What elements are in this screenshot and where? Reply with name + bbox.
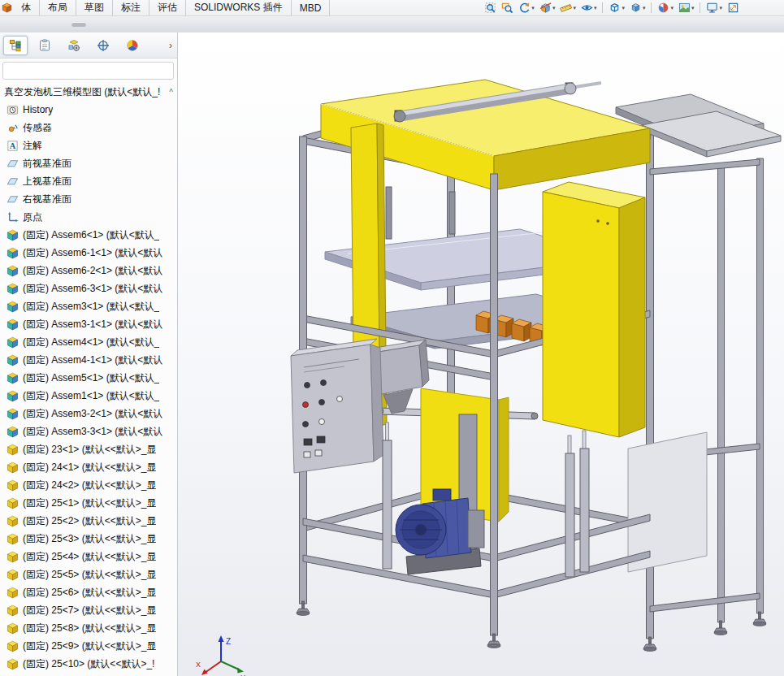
svg-text:A: A	[10, 141, 16, 150]
tree-item[interactable]: (固定) 25<8> (默认<<默认>_显	[0, 619, 177, 637]
menu-tab-2[interactable]: 布局	[40, 0, 76, 15]
dropdown-arrow-icon[interactable]: ▾	[573, 5, 576, 11]
configuration-manager-tab[interactable]	[62, 36, 86, 55]
menu-tab-3[interactable]: 草图	[76, 0, 113, 15]
section-view-icon[interactable]: ▾	[537, 1, 558, 15]
tree-item[interactable]: (固定) Assem6<1> (默认<默认_	[0, 226, 177, 244]
display-manager-tab[interactable]	[120, 36, 145, 55]
tree-item[interactable]: 原点	[0, 208, 177, 226]
tree-item-label: (固定) 25<4> (默认<<默认>_显	[23, 550, 156, 564]
menu-tab-7[interactable]: MBD	[292, 0, 331, 15]
tree-item[interactable]: History	[0, 101, 177, 119]
tree-item[interactable]: (固定) 25<10> (默认<<默认>_!	[0, 655, 177, 673]
tree-item[interactable]: (固定) 25<3> (默认<<默认>_显	[0, 530, 177, 548]
dropdown-arrow-icon[interactable]: ▾	[691, 5, 695, 11]
menu-tab-4[interactable]: 标注	[113, 0, 149, 15]
tree-item[interactable]: A注解	[0, 136, 177, 154]
tree-item[interactable]: (固定) Assem3-3<1> (默认<默认	[0, 422, 177, 440]
tree-item[interactable]: (固定) 26<1> (默认<<默认>_	[0, 673, 177, 676]
dropdown-arrow-icon[interactable]: ▾	[670, 5, 674, 11]
fullscreen-icon[interactable]	[725, 1, 742, 15]
tree-item[interactable]: (固定) Assem6-2<1> (默认<默认	[0, 262, 177, 280]
toolbar-drag-handle[interactable]	[71, 22, 86, 27]
apply-scene-icon[interactable]: ▾	[676, 1, 697, 15]
tree-filter-box[interactable]	[2, 62, 174, 80]
part-icon	[6, 497, 19, 509]
tree-item-label: (固定) 25<2> (默认<<默认>_显	[23, 514, 156, 528]
tree-item[interactable]: (固定) 24<1> (默认<<默认>_显	[0, 458, 177, 476]
tree-item[interactable]: (固定) Assem5<1> (默认<默认_	[0, 369, 177, 387]
tree-item-label: (固定) Assem4-1<1> (默认<默认	[23, 353, 162, 367]
previous-view-icon[interactable]: ▾	[516, 1, 537, 15]
dropdown-arrow-icon[interactable]: ▾	[622, 5, 625, 11]
pneumatic-cylinders-right[interactable]	[565, 431, 589, 577]
tree-item[interactable]: (固定) 25<2> (默认<<默认>_显	[0, 512, 177, 530]
dimxpert-manager-tab[interactable]	[91, 36, 115, 55]
assembly-icon	[6, 283, 19, 295]
tree-item[interactable]: 上视基准面	[0, 172, 177, 190]
tree-item[interactable]: (固定) 25<1> (默认<<默认>_显	[0, 494, 177, 512]
part-icon	[6, 569, 19, 581]
toolbar-separator	[700, 2, 700, 13]
tree-item[interactable]: (固定) Assem6-3<1> (默认<默认	[0, 280, 177, 297]
hide-show-items-icon[interactable]: ▾	[578, 1, 600, 15]
pneumatic-cylinder-left[interactable]	[383, 422, 392, 569]
part-icon	[6, 515, 19, 527]
view-orientation-icon[interactable]: ▾	[606, 1, 627, 15]
tree-item[interactable]: 传感器	[0, 119, 177, 136]
tree-item[interactable]: (固定) 23<1> (默认<<默认>_显	[0, 440, 177, 458]
tree-item[interactable]: (固定) 25<5> (默认<<默认>_显	[0, 566, 177, 583]
dropdown-arrow-icon[interactable]: ▾	[643, 5, 646, 11]
menu-tab-5[interactable]: 评估	[149, 0, 186, 15]
tree-item[interactable]: 前视基准面	[0, 154, 177, 172]
feature-manager-tab[interactable]	[3, 36, 28, 55]
part-icon	[6, 604, 19, 617]
tree-item-label: (固定) 23<1> (默认<<默认>_显	[23, 443, 156, 457]
tree-item[interactable]: (固定) Assem3-2<1> (默认<默认	[0, 405, 177, 422]
assembly-icon	[6, 336, 19, 349]
edit-appearance-icon[interactable]: ▾	[655, 1, 676, 15]
tree-item[interactable]: (固定) 25<6> (默认<<默认>_显	[0, 583, 177, 601]
plane-icon	[6, 176, 19, 188]
tree-item-label: (固定) Assem1<1> (默认<默认_	[23, 389, 159, 403]
zoom-to-area-icon[interactable]	[499, 1, 516, 15]
tree-item[interactable]: (固定) Assem4-1<1> (默认<默认	[0, 351, 177, 369]
tree-item-label: (固定) 24<1> (默认<<默认>_显	[23, 461, 156, 474]
yellow-cabinet-right[interactable]	[543, 182, 645, 437]
property-manager-tab[interactable]	[32, 36, 57, 55]
tree-item[interactable]: (固定) Assem3<1> (默认<默认_	[0, 297, 177, 315]
machine-3d-model[interactable]: Z X Y	[185, 32, 784, 676]
frame-post-front-right[interactable]	[491, 174, 498, 635]
dropdown-arrow-icon[interactable]: ▾	[552, 5, 556, 11]
expand-panel-button[interactable]: ›	[169, 41, 172, 50]
view-settings-icon[interactable]: ▾	[704, 1, 725, 15]
tree-item-label: (固定) Assem3-1<1> (默认<默认	[23, 318, 162, 332]
menu-tab-6[interactable]: SOLIDWORKS 插件	[186, 0, 292, 15]
tree-item-label: (固定) 25<10> (默认<<默认>_!	[23, 657, 154, 671]
dropdown-arrow-icon[interactable]: ▾	[594, 5, 597, 11]
menu-tab-1[interactable]: 体	[13, 0, 40, 15]
control-panel[interactable]	[291, 339, 383, 473]
tree-item[interactable]: (固定) Assem1<1> (默认<默认_	[0, 387, 177, 405]
collapse-pane-icon[interactable]: ^	[169, 88, 173, 97]
leveling-feet[interactable]	[297, 601, 766, 651]
assembly-icon	[6, 318, 19, 331]
dropdown-arrow-icon[interactable]: ▾	[531, 5, 535, 11]
tree-item[interactable]: (固定) Assem3-1<1> (默认<默认	[0, 315, 177, 333]
dropdown-arrow-icon[interactable]: ▾	[719, 5, 722, 11]
zoom-to-fit-icon[interactable]	[482, 1, 499, 15]
tree-item[interactable]: (固定) 25<7> (默认<<默认>_显	[0, 601, 177, 619]
display-style-icon[interactable]: ▾	[627, 1, 648, 15]
tree-item[interactable]: (固定) 25<9> (默认<<默认>_显	[0, 637, 177, 655]
tree-item[interactable]: (固定) 24<2> (默认<<默认>_显	[0, 476, 177, 494]
measure-icon[interactable]: ▾	[557, 1, 578, 15]
lid-guides[interactable]	[386, 187, 455, 239]
tree-item[interactable]: (固定) Assem6-1<1> (默认<默认	[0, 244, 177, 262]
rear-door-panel[interactable]	[628, 432, 707, 572]
tree-item[interactable]: 右视基准面	[0, 190, 177, 208]
tree-item[interactable]: (固定) 25<4> (默认<<默认>_显	[0, 548, 177, 566]
plane-icon	[6, 193, 19, 206]
tree-item[interactable]: (固定) Assem4<1> (默认<默认_	[0, 333, 177, 351]
viewport[interactable]: Z X Y	[178, 32, 784, 676]
tree-root-row[interactable]: 真空发泡机三维模型图 (默认<默认_! ^	[0, 83, 177, 101]
